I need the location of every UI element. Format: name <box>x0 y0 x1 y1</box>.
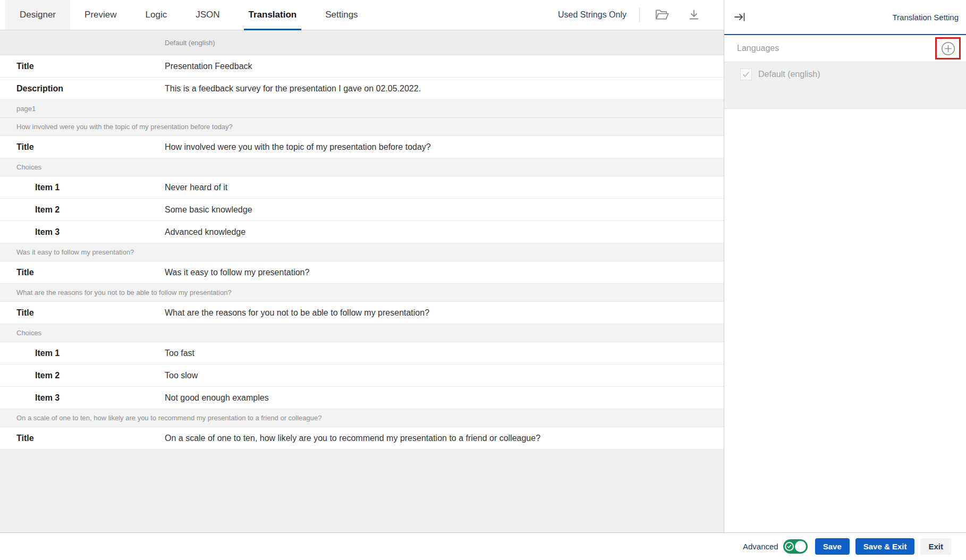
panel-empty-area <box>724 109 966 532</box>
panel-title: Translation Setting <box>892 13 959 22</box>
row-label: Description <box>0 84 165 94</box>
table-header-language-label: Default (english) <box>0 39 215 47</box>
row-label: Item 2 <box>0 205 165 215</box>
add-language-button[interactable] <box>940 41 956 56</box>
languages-label: Languages <box>737 44 779 53</box>
survey-creator-app: DesignerPreviewLogicJSONTranslationSetti… <box>0 0 966 560</box>
tab-logic[interactable]: Logic <box>131 0 182 30</box>
table-row: TitleHow involved were you with the topi… <box>0 136 724 158</box>
row-translation-value[interactable]: Too slow <box>165 371 724 380</box>
download-icon <box>688 9 700 21</box>
table-row: Item 1Too fast <box>0 342 724 364</box>
translation-table: Default (english) TitlePresentation Feed… <box>0 30 724 532</box>
table-group-row: page1 <box>0 100 724 118</box>
row-translation-value[interactable]: Advanced knowledge <box>165 227 724 237</box>
row-translation-value[interactable]: How involved were you with the topic of … <box>165 142 724 152</box>
language-label: Default (english) <box>758 70 820 79</box>
language-list: Default (english) <box>724 62 966 109</box>
panel-header: Translation Setting <box>724 0 966 35</box>
row-label: Item 1 <box>0 349 165 358</box>
toolbar-divider <box>639 7 640 22</box>
table-row: TitleWas it easy to follow my presentati… <box>0 261 724 284</box>
row-label: Title <box>0 62 165 71</box>
table-group-row: Choices <box>0 158 724 176</box>
save-exit-button[interactable]: Save & Exit <box>855 538 915 555</box>
table-row: Item 2Some basic knowledge <box>0 199 724 221</box>
toggle-knob <box>795 541 806 552</box>
export-translations-button[interactable] <box>685 6 702 23</box>
row-label: Title <box>0 308 165 318</box>
row-translation-value[interactable]: Too fast <box>165 349 724 358</box>
toolbar-right: Used Strings Only <box>558 0 724 30</box>
row-translation-value[interactable]: This is a feedback survey for the presen… <box>165 84 724 94</box>
row-translation-value[interactable]: What are the reasons for you not to be a… <box>165 308 724 318</box>
footer-bar: Advanced Save Save & Exit Exit <box>0 532 966 560</box>
row-label: Title <box>0 434 165 443</box>
translation-settings-panel: Translation Setting Languages <box>724 0 966 532</box>
table-row: DescriptionThis is a feedback survey for… <box>0 78 724 100</box>
table-row: TitleOn a scale of one to ten, how likel… <box>0 427 724 449</box>
table-group-row: Was it easy to follow my presentation? <box>0 243 724 261</box>
import-translations-button[interactable] <box>653 6 672 23</box>
languages-section-header: Languages <box>724 35 966 62</box>
main-row: DesignerPreviewLogicJSONTranslationSetti… <box>0 0 966 532</box>
tab-json[interactable]: JSON <box>181 0 234 30</box>
used-strings-only-option[interactable]: Used Strings Only <box>558 10 626 20</box>
row-label: Title <box>0 142 165 152</box>
tab-bar: DesignerPreviewLogicJSONTranslationSetti… <box>0 0 724 30</box>
table-row: TitleWhat are the reasons for you not to… <box>0 302 724 324</box>
row-label: Item 3 <box>0 227 165 237</box>
exit-button[interactable]: Exit <box>920 538 951 555</box>
check-icon <box>742 70 750 79</box>
plus-circle-icon <box>940 41 956 56</box>
advanced-label: Advanced <box>743 542 778 551</box>
table-body: TitlePresentation FeedbackDescriptionThi… <box>0 55 724 449</box>
add-language-highlight-annotation <box>935 37 961 60</box>
language-item-default: Default (english) <box>740 69 966 80</box>
row-label: Item 2 <box>0 371 165 380</box>
toggle-check-icon <box>785 542 794 551</box>
table-group-row: On a scale of one to ten, how likely are… <box>0 409 724 427</box>
row-translation-value[interactable]: Not good enough examples <box>165 393 724 403</box>
row-label: Item 3 <box>0 393 165 403</box>
row-translation-value[interactable]: Never heard of it <box>165 183 724 192</box>
tab-translation[interactable]: Translation <box>234 0 311 30</box>
left-pane: DesignerPreviewLogicJSONTranslationSetti… <box>0 0 724 532</box>
table-row: TitlePresentation Feedback <box>0 55 724 78</box>
table-group-row: How involved were you with the topic of … <box>0 118 724 136</box>
arrow-to-bar-right-icon <box>733 10 747 24</box>
row-translation-value[interactable]: Was it easy to follow my presentation? <box>165 268 724 277</box>
table-row: Item 2Too slow <box>0 364 724 387</box>
row-translation-value[interactable]: On a scale of one to ten, how likely are… <box>165 434 724 443</box>
row-translation-value[interactable]: Presentation Feedback <box>165 62 724 71</box>
row-label: Item 1 <box>0 183 165 192</box>
table-group-row: What are the reasons for you not to be a… <box>0 284 724 302</box>
table-header-row: Default (english) <box>0 30 724 55</box>
tab-settings[interactable]: Settings <box>311 0 372 30</box>
tab-preview[interactable]: Preview <box>70 0 131 30</box>
language-checkbox-checked-disabled <box>740 69 752 80</box>
advanced-toggle-on[interactable] <box>783 539 808 554</box>
collapse-panel-button[interactable] <box>731 8 749 26</box>
save-button[interactable]: Save <box>815 538 850 555</box>
table-row: Item 3Not good enough examples <box>0 387 724 409</box>
open-folder-icon <box>655 9 670 21</box>
table-row: Item 3Advanced knowledge <box>0 221 724 243</box>
table-row: Item 1Never heard of it <box>0 176 724 199</box>
tab-designer[interactable]: Designer <box>5 0 70 30</box>
table-group-row: Choices <box>0 324 724 342</box>
row-translation-value[interactable]: Some basic knowledge <box>165 205 724 215</box>
row-label: Title <box>0 268 165 277</box>
